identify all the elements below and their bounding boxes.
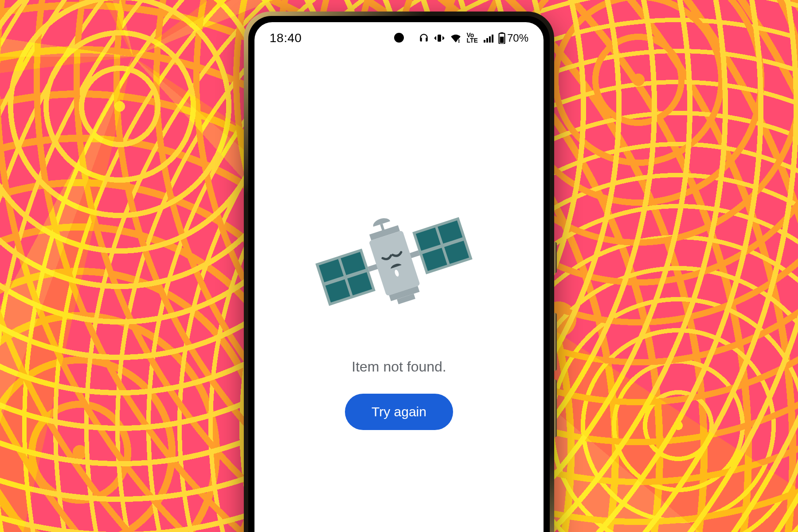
phone-volume-down-button [554, 379, 557, 437]
svg-rect-25 [380, 223, 385, 231]
try-again-button[interactable]: Try again [345, 394, 453, 430]
phone-frame: 18:40 Vo LTE [244, 12, 554, 532]
phone-screen: 18:40 Vo LTE [254, 22, 544, 532]
phone-front-camera [394, 33, 404, 43]
sad-satellite-icon [298, 176, 489, 344]
phone-volume-up-button [554, 313, 557, 371]
error-message: Item not found. [352, 359, 446, 375]
svg-rect-22 [369, 230, 420, 296]
phone-bezel: 18:40 Vo LTE [248, 16, 550, 532]
error-screen: Item not found. Try again [254, 22, 544, 532]
phone-power-button [554, 242, 557, 273]
